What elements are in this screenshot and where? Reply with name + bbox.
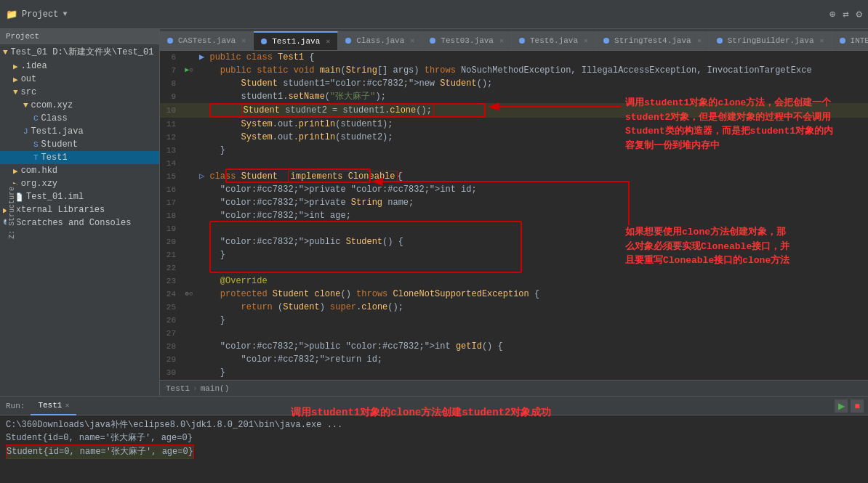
line-number: 22	[160, 261, 182, 275]
tab-close[interactable]: ✕	[410, 36, 414, 45]
tree-item-label: Test1.java	[31, 126, 84, 137]
line-gutter: ⊙⊙	[182, 288, 196, 301]
add-icon[interactable]: ⊕	[829, 8, 835, 20]
main-layout: Project ▼Test_01 D:\新建文件夹\Test_01▶.idea▶…	[0, 29, 868, 396]
code-line-9: 9 student1.setName("张大麻子");	[160, 90, 868, 103]
tab-label: Test03.java	[441, 36, 494, 45]
code-lines: 6▶ public class Test1 {7▶⊙ public static…	[160, 51, 868, 379]
tab-Test1_java[interactable]: Test1.java✕	[254, 31, 338, 50]
sidebar-tree: ▼Test_01 D:\新建文件夹\Test_01▶.idea▶out▼src▼…	[0, 44, 159, 396]
bottom-panel: Run: Test1 ✕ ▶ ■ 调用student1对象的clone方法创建s…	[0, 396, 868, 483]
code-line-15: 15▷ class Student implements Cloneable{	[160, 170, 868, 183]
run-content: C:\360Downloads\java补件\eclipse8.0\jdk1.8…	[0, 415, 868, 483]
tabs-bar: CASTest.java✕Test1.java✕Class.java✕Test0…	[160, 29, 868, 51]
tab-close[interactable]: ✕	[697, 36, 702, 45]
line-number: 29	[160, 353, 182, 366]
run-tab-close[interactable]: ✕	[65, 401, 69, 410]
code-line-13: 13 }	[160, 144, 868, 157]
code-line-12: 12 System.out.println(studnet2);	[160, 131, 868, 144]
sidebar-tree-item-10[interactable]: ▶org.xzy	[0, 177, 159, 190]
tab-close[interactable]: ✕	[499, 36, 504, 45]
dropdown-arrow[interactable]: ▼	[63, 10, 67, 18]
sidebar-tree-item-12[interactable]: ▶External Libraries	[0, 203, 159, 216]
line-number: 9	[160, 90, 182, 103]
tab-close[interactable]: ✕	[241, 36, 246, 45]
line-content: "color:#cc7832;">public Student() {	[196, 235, 868, 248]
tab-CASTest_java[interactable]: CASTest.java✕	[160, 31, 254, 50]
tab-StringBuilder_java[interactable]: StringBuilder.java✕	[710, 31, 832, 50]
code-line-21: 21 }	[160, 248, 868, 261]
sidebar-tree-item-1[interactable]: ▶.idea	[0, 60, 159, 73]
tab-label: Class.java	[356, 36, 404, 45]
code-line-7: 7▶⊙ public static void main(String[] arg…	[160, 64, 868, 77]
run-stop-button[interactable]: ■	[851, 399, 864, 413]
code-line-19: 19	[160, 222, 868, 235]
line-number: 27	[160, 327, 182, 340]
sidebar-tree-item-4[interactable]: ▼ccom.xyz	[0, 99, 159, 112]
sidebar-tree-item-2[interactable]: ▶out	[0, 73, 159, 86]
tree-item-label: com.hkd	[21, 166, 57, 176]
line-content: student1.setName("张大麻子");	[196, 90, 868, 103]
line-content: ▶ public class Test1 {	[196, 51, 868, 64]
tree-item-label: External Libraries	[11, 205, 105, 215]
top-bar: 📁 Project ▼ ⊕ ⇄ ⚙	[0, 0, 868, 29]
line-number: 7	[160, 64, 182, 77]
sidebar-tree-item-13[interactable]: 🔍Scratches and Consoles	[0, 216, 159, 230]
code-line-28: 28 "color:#cc7832;">public "color:#cc783…	[160, 340, 868, 353]
code-line-16: 16 "color:#cc7832;">private "color:#cc78…	[160, 183, 868, 196]
editor-area: CASTest.java✕Test1.java✕Class.java✕Test0…	[160, 29, 868, 396]
code-line-27: 27	[160, 327, 868, 340]
structure-tab[interactable]: Z: Structure	[7, 183, 17, 241]
line-content: System.out.println(studnet2);	[196, 131, 868, 144]
settings-icon[interactable]: ⚙	[856, 8, 862, 20]
line-number: 16	[160, 183, 182, 196]
code-line-20: 20 "color:#cc7832;">public Student() {	[160, 235, 868, 248]
tab-INTE[interactable]: INTE✕	[832, 31, 868, 50]
line-number: 13	[160, 144, 182, 157]
sidebar-tree-item-11[interactable]: 📄Test_01.iml	[0, 190, 159, 203]
line-content: @Override	[196, 275, 868, 288]
sidebar-tree-item-3[interactable]: ▼src	[0, 86, 159, 99]
line-content: return (Student) super.clone();	[196, 301, 868, 314]
code-line-26: 26 }	[160, 314, 868, 327]
run-play-button[interactable]: ▶	[835, 399, 848, 413]
sidebar-tree-item-0[interactable]: ▼Test_01 D:\新建文件夹\Test_01	[0, 44, 159, 60]
code-line-24: 24⊙⊙ protected Student clone() throws Cl…	[160, 288, 868, 301]
tab-Test6_java[interactable]: Test6.java✕	[512, 31, 596, 50]
tab-Class_java[interactable]: Class.java✕	[338, 31, 422, 50]
tab-close[interactable]: ✕	[584, 36, 588, 45]
tab-Test03_java[interactable]: Test03.java✕	[422, 31, 512, 50]
line-number: 20	[160, 235, 182, 248]
code-line-18: 18 "color:#cc7832;">int age;	[160, 209, 868, 222]
tree-item-label: Test_01.iml	[26, 192, 84, 202]
code-area[interactable]: 6▶ public class Test1 {7▶⊙ public static…	[160, 51, 868, 380]
line-number: 8	[160, 77, 182, 90]
line-number: 30	[160, 366, 182, 379]
tree-item-label: Test_01 D:\新建文件夹\Test_01	[11, 46, 154, 58]
tree-item-label: ccom.xyz	[31, 100, 73, 110]
tab-close[interactable]: ✕	[820, 36, 824, 45]
run-tab-test1[interactable]: Test1 ✕	[31, 397, 76, 415]
tree-item-label: org.xzy	[21, 179, 57, 189]
sidebar-tree-item-5[interactable]: CClass	[0, 112, 159, 125]
code-line-17: 17 "color:#cc7832;">private String name;	[160, 196, 868, 209]
code-line-23: 23 @Override	[160, 275, 868, 288]
sync-icon[interactable]: ⇄	[843, 8, 848, 20]
sidebar-tree-item-7[interactable]: SStudent	[0, 138, 159, 151]
sidebar-tree-item-8[interactable]: TTest1	[0, 151, 159, 164]
line-number: 14	[160, 157, 182, 170]
tab-label: Test6.java	[530, 36, 578, 45]
sidebar-tree-item-6[interactable]: JTest1.java	[0, 125, 159, 138]
line-number: 19	[160, 222, 182, 235]
tree-item-label: out	[21, 74, 37, 84]
tab-close[interactable]: ✕	[326, 37, 330, 46]
sidebar-tree-item-9[interactable]: ▶com.hkd	[0, 164, 159, 177]
sidebar-title: Project	[0, 29, 159, 44]
tab-StringTest4_java[interactable]: StringTest4.java✕	[596, 31, 710, 50]
tab-label: CASTest.java	[178, 36, 236, 45]
line-number: 26	[160, 314, 182, 327]
code-line-30: 30 }	[160, 366, 868, 379]
breadcrumb-item-1: Test1	[166, 384, 190, 393]
line-number: 28	[160, 340, 182, 353]
line-content: "color:#cc7832;">return id;	[196, 353, 868, 366]
